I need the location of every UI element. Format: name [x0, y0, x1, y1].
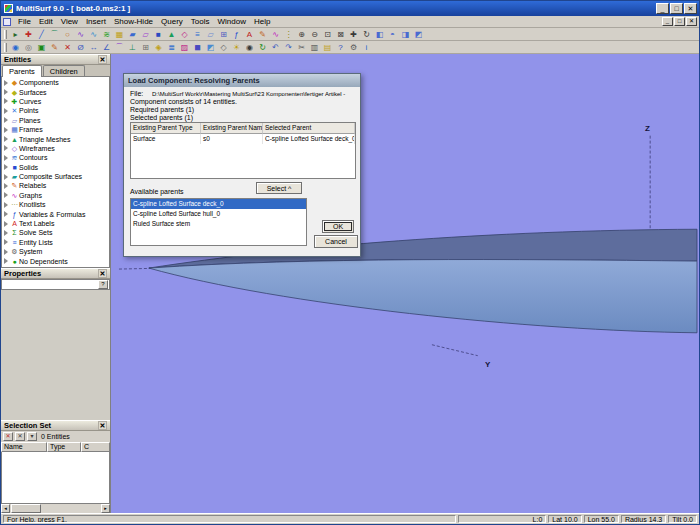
top-view-icon[interactable]: ◓ [386, 29, 399, 40]
viewport-3d[interactable]: Z Y Load Component: Resolving Parents Fi… [111, 54, 699, 513]
menu-item[interactable]: Insert [82, 16, 110, 27]
tree-item[interactable]: ƒ Variables & Formulas [2, 209, 109, 218]
graph-icon[interactable]: ∿ [269, 29, 282, 40]
tree-item[interactable]: ◇ Wireframes [2, 144, 109, 153]
tree-item[interactable]: Σ Solve Sets [2, 228, 109, 237]
copy-icon[interactable]: ▥ [308, 42, 321, 53]
tree-item[interactable]: ▦ Frames [2, 125, 109, 134]
selection-hscrollbar[interactable]: ◂ ▸ [1, 504, 110, 513]
expander-icon[interactable] [4, 249, 8, 255]
close-panel-icon[interactable]: ✕ [98, 269, 107, 278]
show-icon[interactable]: ◉ [9, 42, 22, 53]
zoom-in-icon[interactable]: ⊕ [295, 29, 308, 40]
col-existing-parent-name[interactable]: Existing Parent Name [201, 123, 263, 134]
dialog-title-bar[interactable]: Load Component: Resolving Parents [124, 74, 360, 87]
expander-icon[interactable] [4, 239, 8, 245]
child-window-icon[interactable] [3, 18, 11, 26]
expander-icon[interactable] [4, 98, 8, 104]
lofted-surface-icon[interactable]: ▰ [126, 29, 139, 40]
expander-icon[interactable] [4, 136, 8, 142]
tree-item[interactable]: ∿ Graphs [2, 191, 109, 200]
measure-icon[interactable]: Ø [74, 42, 87, 53]
ok-button[interactable]: OK [322, 220, 354, 233]
camera-icon[interactable]: ◉ [243, 42, 256, 53]
paste-icon[interactable]: ▤ [321, 42, 334, 53]
scroll-left-icon[interactable]: ◂ [1, 504, 10, 513]
set-dropdown-icon[interactable]: ▾ [27, 432, 37, 441]
relabel-icon[interactable]: ✎ [256, 29, 269, 40]
expander-icon[interactable] [4, 258, 8, 264]
zoom-window-icon[interactable]: ⊡ [321, 29, 334, 40]
zoom-fit-icon[interactable]: ⊠ [334, 29, 347, 40]
remove-from-set-icon[interactable]: ✕ [3, 432, 13, 441]
wire-display-icon[interactable]: ◇ [217, 42, 230, 53]
normal-icon[interactable]: ⊥ [126, 42, 139, 53]
select-icon[interactable]: ▸ [9, 29, 22, 40]
tree-item[interactable]: ✎ Relabels [2, 181, 109, 190]
tree-item[interactable]: ✕ Points [2, 106, 109, 115]
menu-item[interactable]: Help [250, 16, 274, 27]
angle-icon[interactable]: ∠ [100, 42, 113, 53]
scroll-thumb[interactable] [11, 504, 41, 513]
child-minimize-button[interactable]: _ [662, 17, 673, 26]
tree-item[interactable]: ⋯ Knotlists [2, 200, 109, 209]
refresh-icon[interactable]: ↻ [256, 42, 269, 53]
selection-list[interactable] [1, 452, 110, 504]
tab-parents[interactable]: Parents [2, 65, 42, 77]
clear-set-icon[interactable]: ✕ [15, 432, 25, 441]
expander-icon[interactable] [4, 183, 8, 189]
parents-table-row[interactable]: Surface s0 C-spline Lofted Surface deck_… [131, 134, 355, 144]
menu-item[interactable]: Query [157, 16, 187, 27]
tree-item[interactable]: ◆ Components [2, 78, 109, 87]
maximize-button[interactable]: □ [670, 3, 683, 14]
surface-icon[interactable]: ▦ [113, 29, 126, 40]
child-restore-button[interactable]: □ [674, 17, 685, 26]
child-close-button[interactable]: ✕ [686, 17, 697, 26]
tree-item[interactable]: ■ Solids [2, 163, 109, 172]
contour-icon[interactable]: ≡ [191, 29, 204, 40]
ccurve-icon[interactable]: ∿ [87, 29, 100, 40]
close-button[interactable]: ✕ [684, 3, 697, 14]
snake-icon[interactable]: ≋ [100, 29, 113, 40]
render-icon[interactable]: ◼ [191, 42, 204, 53]
column-type[interactable]: Type [47, 442, 81, 452]
scroll-right-icon[interactable]: ▸ [101, 504, 110, 513]
tree-item[interactable]: ◆ Surfaces [2, 87, 109, 96]
redo-icon[interactable]: ↷ [282, 42, 295, 53]
bcurve-icon[interactable]: ∿ [74, 29, 87, 40]
color-icon[interactable]: ▨ [178, 42, 191, 53]
tree-item[interactable]: ≋ Contours [2, 153, 109, 162]
col-selected-parent[interactable]: Selected Parent [263, 123, 355, 134]
expander-icon[interactable] [4, 202, 8, 208]
expander-icon[interactable] [4, 174, 8, 180]
menu-item[interactable]: View [57, 16, 82, 27]
expander-icon[interactable] [4, 80, 8, 86]
menu-item[interactable]: Edit [35, 16, 57, 27]
variable-icon[interactable]: ƒ [230, 29, 243, 40]
knotlist-icon[interactable]: ⋮ [282, 29, 295, 40]
close-panel-icon[interactable]: ✕ [98, 55, 107, 64]
arc-icon[interactable]: ⌒ [48, 29, 61, 40]
plane-icon[interactable]: ▱ [204, 29, 217, 40]
expander-icon[interactable] [4, 221, 8, 227]
tree-item[interactable]: A Text Labels [2, 219, 109, 228]
lights-icon[interactable]: ☀ [230, 42, 243, 53]
col-existing-parent-type[interactable]: Existing Parent Type [131, 123, 201, 134]
text-label-icon[interactable]: A [243, 29, 256, 40]
shade-icon[interactable]: ◩ [204, 42, 217, 53]
expander-icon[interactable] [4, 211, 8, 217]
tree-item[interactable]: ⚙ System [2, 247, 109, 256]
column-color[interactable]: C [81, 442, 110, 452]
side-view-icon[interactable]: ◨ [399, 29, 412, 40]
front-view-icon[interactable]: ◧ [373, 29, 386, 40]
rotate-view-icon[interactable]: ↻ [360, 29, 373, 40]
expander-icon[interactable] [4, 127, 8, 133]
minimize-button[interactable]: _ [656, 3, 669, 14]
tree-item[interactable]: ≡ Entity Lists [2, 238, 109, 247]
grid-icon[interactable]: ⊞ [139, 42, 152, 53]
title-bar[interactable]: MultiSurf 9.0 - [ boat-0.ms2:1 ] _ □ ✕ [1, 1, 699, 16]
frame-icon[interactable]: ⊞ [217, 29, 230, 40]
undo-icon[interactable]: ↶ [269, 42, 282, 53]
tree-item[interactable]: ✚ Curves [2, 97, 109, 106]
column-name[interactable]: Name [1, 442, 47, 452]
